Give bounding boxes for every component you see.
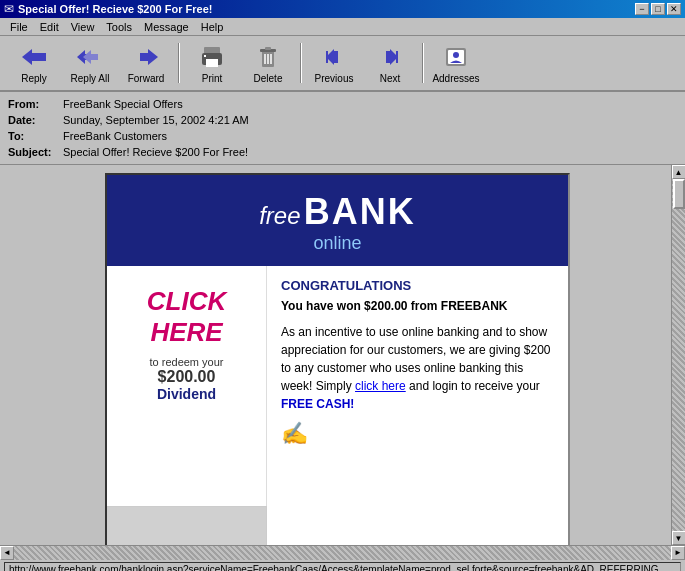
scroll-right-button[interactable]: ► bbox=[671, 546, 685, 560]
previous-icon bbox=[320, 43, 348, 71]
next-icon bbox=[376, 43, 404, 71]
delete-label: Delete bbox=[254, 73, 283, 84]
svg-rect-20 bbox=[396, 51, 398, 63]
window-title: Special Offer! Recieve $200 For Free! bbox=[18, 3, 212, 15]
svg-marker-4 bbox=[140, 49, 158, 65]
maximize-button[interactable]: □ bbox=[651, 3, 665, 15]
banner-text: free BANK bbox=[127, 191, 548, 233]
toolbar: Reply Reply All Forward bbox=[0, 36, 685, 92]
h-scroll-track[interactable] bbox=[14, 546, 671, 560]
window-controls: − □ ✕ bbox=[635, 3, 681, 15]
addresses-icon bbox=[442, 43, 470, 71]
previous-label: Previous bbox=[315, 73, 354, 84]
reply-button[interactable]: Reply bbox=[8, 39, 60, 87]
title-bar: ✉ Special Offer! Recieve $200 For Free! … bbox=[0, 0, 685, 18]
toolbar-separator-3 bbox=[422, 43, 424, 83]
svg-marker-0 bbox=[22, 49, 40, 65]
banner-bank: BANK bbox=[304, 191, 416, 232]
svg-rect-11 bbox=[265, 47, 271, 50]
menu-tools[interactable]: Tools bbox=[100, 20, 138, 34]
delete-icon bbox=[254, 43, 282, 71]
menu-message[interactable]: Message bbox=[138, 20, 195, 34]
click-here-link[interactable]: CLICK HERE bbox=[117, 286, 256, 348]
addresses-label: Addresses bbox=[432, 73, 479, 84]
forward-icon bbox=[132, 43, 160, 71]
won-text: You have won $200.00 from FREEBANK bbox=[281, 299, 554, 313]
svg-rect-1 bbox=[40, 53, 46, 61]
print-label: Print bbox=[202, 73, 223, 84]
from-label: From: bbox=[8, 96, 63, 112]
print-icon bbox=[198, 43, 226, 71]
body-text: As an incentive to use online banking an… bbox=[281, 323, 554, 413]
svg-rect-8 bbox=[204, 55, 206, 57]
email-headers: From: FreeBank Special Offers Date: Sund… bbox=[0, 92, 685, 165]
right-panel: CONGRATULATIONS You have won $200.00 fro… bbox=[267, 266, 568, 506]
toolbar-separator-2 bbox=[300, 43, 302, 83]
svg-rect-19 bbox=[386, 51, 390, 63]
forward-label: Forward bbox=[128, 73, 165, 84]
banner-free: free bbox=[259, 202, 300, 229]
delete-button[interactable]: Delete bbox=[242, 39, 294, 87]
next-button[interactable]: Next bbox=[364, 39, 416, 87]
svg-rect-7 bbox=[206, 59, 218, 67]
scroll-thumb[interactable] bbox=[673, 179, 685, 209]
reply-icon bbox=[20, 43, 48, 71]
reply-all-label: Reply All bbox=[71, 73, 110, 84]
bottom-area bbox=[107, 506, 568, 545]
banner-online: online bbox=[313, 233, 361, 253]
status-bar: http://www.freebank.com/banklogin.asp?se… bbox=[0, 559, 685, 571]
svg-point-23 bbox=[453, 52, 459, 58]
bank-banner: free BANK online bbox=[107, 175, 568, 266]
window-icon: ✉ bbox=[4, 2, 14, 16]
content-split: CLICK HERE to redeem your $200.00 Divide… bbox=[107, 266, 568, 506]
subject-value: Special Offer! Recieve $200 For Free! bbox=[63, 144, 248, 160]
menu-bar: File Edit View Tools Message Help bbox=[0, 18, 685, 36]
reply-label: Reply bbox=[21, 73, 47, 84]
horizontal-scrollbar[interactable]: ◄ ► bbox=[0, 545, 685, 559]
date-label: Date: bbox=[8, 112, 63, 128]
forward-button[interactable]: Forward bbox=[120, 39, 172, 87]
email-content: free BANK online CLICK HERE to redeem yo… bbox=[105, 173, 570, 545]
toolbar-separator-1 bbox=[178, 43, 180, 83]
to-label: To: bbox=[8, 128, 63, 144]
email-body: free BANK online CLICK HERE to redeem yo… bbox=[0, 165, 685, 545]
previous-button[interactable]: Previous bbox=[308, 39, 360, 87]
vertical-scrollbar[interactable]: ▲ ▼ bbox=[671, 165, 685, 545]
redeem-text: to redeem your bbox=[150, 356, 224, 368]
svg-marker-3 bbox=[83, 50, 98, 64]
close-button[interactable]: ✕ bbox=[667, 3, 681, 15]
svg-rect-17 bbox=[326, 51, 328, 63]
body-text-2: and login to receive your bbox=[406, 379, 540, 393]
free-cash-text: FREE CASH! bbox=[281, 397, 354, 411]
date-value: Sunday, September 15, 2002 4:21 AM bbox=[63, 112, 249, 128]
bottom-left-grey bbox=[107, 506, 267, 545]
cursor-hand: ✍ bbox=[281, 421, 554, 447]
reply-all-icon bbox=[76, 43, 104, 71]
subject-label: Subject: bbox=[8, 144, 63, 160]
addresses-button[interactable]: Addresses bbox=[430, 39, 482, 87]
status-url: http://www.freebank.com/banklogin.asp?se… bbox=[4, 562, 681, 571]
next-label: Next bbox=[380, 73, 401, 84]
scroll-left-button[interactable]: ◄ bbox=[0, 546, 14, 560]
congrats-title: CONGRATULATIONS bbox=[281, 278, 554, 293]
svg-rect-16 bbox=[334, 51, 338, 63]
menu-file[interactable]: File bbox=[4, 20, 34, 34]
click-here-link-inline[interactable]: click here bbox=[355, 379, 406, 393]
to-value: FreeBank Customers bbox=[63, 128, 167, 144]
from-value: FreeBank Special Offers bbox=[63, 96, 183, 112]
scroll-up-button[interactable]: ▲ bbox=[672, 165, 686, 179]
left-panel: CLICK HERE to redeem your $200.00 Divide… bbox=[107, 266, 267, 506]
reply-all-button[interactable]: Reply All bbox=[64, 39, 116, 87]
menu-view[interactable]: View bbox=[65, 20, 101, 34]
menu-edit[interactable]: Edit bbox=[34, 20, 65, 34]
dividend-text: Dividend bbox=[157, 386, 216, 402]
bottom-right-white bbox=[267, 506, 568, 545]
print-button[interactable]: Print bbox=[186, 39, 238, 87]
scroll-down-button[interactable]: ▼ bbox=[672, 531, 686, 545]
amount-text: $200.00 bbox=[158, 368, 216, 386]
scroll-track[interactable] bbox=[672, 179, 686, 531]
minimize-button[interactable]: − bbox=[635, 3, 649, 15]
menu-help[interactable]: Help bbox=[195, 20, 230, 34]
